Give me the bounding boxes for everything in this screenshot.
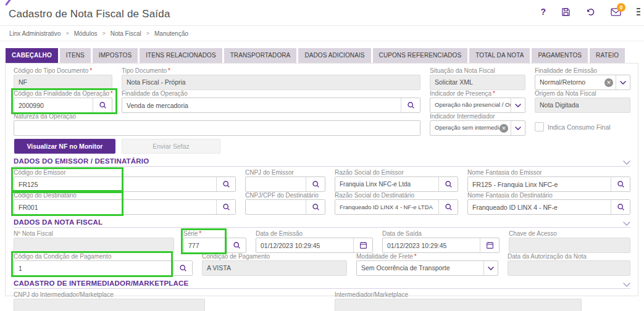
nome-fantasia-emissor-input[interactable] xyxy=(468,177,611,191)
chevron-down-icon[interactable] xyxy=(511,121,525,135)
clear-icon[interactable]: ✕ xyxy=(500,124,508,133)
breadcrumb-item[interactable]: Linx Administrativo xyxy=(9,30,61,37)
search-icon[interactable] xyxy=(438,177,458,191)
messages-button[interactable]: 0 xyxy=(611,8,621,16)
serie-input[interactable] xyxy=(184,238,227,252)
tab-impostos[interactable]: IMPOSTOS xyxy=(93,48,138,63)
edit-pencil-icon xyxy=(5,0,12,6)
origem-nota-fiscal-value: Nota Digitada xyxy=(535,97,630,113)
tab-transportadora[interactable]: TRANSPORTADORA xyxy=(224,48,297,63)
field-finalidade-emissao: Finalidade de Emissão Normal/Retorno ✕ xyxy=(535,67,630,90)
chevron-down-icon[interactable] xyxy=(616,75,630,89)
field-condicao-pagamento: Condição de Pagamento A VISTA xyxy=(202,253,347,276)
field-indica-consumo-final: Indica Consumo Final xyxy=(535,113,630,131)
header-bar: Cadastro de Nota Fiscal de Saída ? 0 xyxy=(0,0,644,26)
field-codigo-tipo-documento: Código do Tipo Documento* NF xyxy=(14,67,112,90)
collapse-chevron-icon[interactable] xyxy=(623,160,630,165)
field-indicador-presenca: Indicador de Presença* Operação não pres… xyxy=(430,90,525,113)
question-mark-icon: ? xyxy=(540,7,546,17)
search-icon[interactable] xyxy=(216,177,235,191)
data-emissao-input[interactable] xyxy=(256,238,353,252)
field-finalidade-operacao: Finalidade da Operação xyxy=(122,90,420,113)
tab-bar: CABEÇALHO ITENS IMPOSTOS ITENS RELACIONA… xyxy=(0,48,644,63)
codigo-finalidade-operacao-input[interactable] xyxy=(14,98,93,112)
search-icon[interactable] xyxy=(611,177,630,191)
cnpj-emissor-input[interactable] xyxy=(246,177,306,191)
tab-rateio[interactable]: RATEIO xyxy=(590,48,625,63)
undo-arrow-icon xyxy=(586,7,595,17)
breadcrumb-item[interactable]: Manutenção xyxy=(154,30,188,37)
data-autorizacao-value xyxy=(508,260,630,276)
cnpj-intermediador-value xyxy=(14,299,205,311)
codigo-condicao-pagamento-input[interactable] xyxy=(14,261,173,275)
field-chave-acesso: Chave de Acesso xyxy=(509,230,630,253)
field-data-emissao: Data de Emissão xyxy=(256,230,373,253)
tab-total-da-nota[interactable]: TOTAL DA NOTA xyxy=(469,48,530,63)
field-cnpj-intermediador: CNPJ do Intermediador/Marketplace xyxy=(14,291,205,311)
search-icon[interactable] xyxy=(173,261,192,275)
section-header-emissor: DADOS DO EMISSOR / DESTINATÁRIO xyxy=(14,157,630,167)
enviar-sefaz-button[interactable]: Enviar Sefaz xyxy=(122,139,220,154)
search-icon[interactable] xyxy=(306,200,325,214)
razao-social-destinatario-input[interactable] xyxy=(335,200,438,214)
situacao-nota-fiscal-value: Solicitar XML xyxy=(430,75,525,90)
modalidade-frete-select[interactable]: Sem Ocorrência de Transporte xyxy=(356,260,498,276)
collapse-chevron-icon[interactable] xyxy=(623,222,630,226)
indica-consumo-final-checkbox[interactable] xyxy=(535,122,544,131)
condicao-pagamento-value: A VISTA xyxy=(202,260,347,276)
floppy-disk-icon xyxy=(561,7,571,17)
search-icon[interactable] xyxy=(306,177,325,191)
tab-pagamentos[interactable]: PAGAMENTOS xyxy=(532,48,588,63)
field-codigo-condicao-pagamento: Código da Condição de Pagamento xyxy=(14,253,193,276)
razao-social-emissor-input[interactable] xyxy=(335,177,438,191)
search-icon[interactable] xyxy=(93,98,112,112)
tab-dados-adicionais[interactable]: DADOS ADICIONAIS xyxy=(298,48,370,63)
tab-cabecalho[interactable]: CABEÇALHO xyxy=(6,48,58,63)
tab-itens[interactable]: ITENS xyxy=(60,48,91,63)
field-codigo-destinatario: Código do Destinatário xyxy=(14,192,236,215)
clear-icon[interactable]: ✕ xyxy=(604,78,613,87)
calendar-icon[interactable] xyxy=(353,238,372,252)
collapse-chevron-icon[interactable] xyxy=(623,283,630,287)
chevron-down-icon[interactable] xyxy=(511,98,525,112)
finalidade-operacao-input[interactable] xyxy=(122,98,401,112)
chevron-down-icon[interactable] xyxy=(483,261,498,275)
field-indicador-intermediador: Indicador Intermediador Operação sem int… xyxy=(430,113,525,136)
codigo-tipo-documento-value: NF xyxy=(14,75,112,90)
save-button[interactable] xyxy=(561,7,571,17)
search-icon[interactable] xyxy=(216,200,235,214)
visualizar-nf-monitor-button[interactable]: Visualizar NF no Monitor xyxy=(14,139,115,154)
cnpj-destinatario-input[interactable] xyxy=(246,200,306,214)
codigo-destinatario-input[interactable] xyxy=(14,200,216,214)
help-button[interactable]: ? xyxy=(540,7,546,17)
more-menu-button[interactable] xyxy=(637,7,641,16)
field-data-saida: Data de Saída xyxy=(382,230,500,253)
undo-button[interactable] xyxy=(586,7,595,17)
search-icon[interactable] xyxy=(611,200,630,214)
field-codigo-finalidade-operacao: Código da Finalidade da Operação* xyxy=(14,90,112,113)
finalidade-emissao-select[interactable]: Normal/Retorno ✕ xyxy=(535,75,630,90)
field-situacao-nota-fiscal: Situação da Nota Fiscal Solicitar XML xyxy=(430,67,525,90)
section-header-nota: DADOS DA NOTA FISCAL xyxy=(14,218,630,228)
data-saida-input[interactable] xyxy=(383,238,480,252)
chave-acesso-value xyxy=(509,238,630,253)
codigo-emissor-input[interactable] xyxy=(14,177,216,191)
search-icon[interactable] xyxy=(227,238,246,252)
search-icon[interactable] xyxy=(401,98,420,112)
breadcrumb: Linx Administrativo > Módulos > Nota Fis… xyxy=(0,26,644,41)
search-icon[interactable] xyxy=(438,200,458,214)
tab-itens-relacionados[interactable]: ITENS RELACIONADOS xyxy=(140,48,222,63)
breadcrumb-item[interactable]: Módulos xyxy=(74,30,98,37)
nome-fantasia-destinatario-input[interactable] xyxy=(468,200,611,214)
natureza-operacao-input[interactable] xyxy=(14,121,420,135)
field-nome-fantasia-emissor: Nome Fantasia do Emissor xyxy=(467,169,630,192)
section-header-intermediador: CADASTRO DE INTERMEDIADOR/MARKETPLACE xyxy=(14,280,630,289)
indicador-presenca-select[interactable]: Operação não presencial / Outros xyxy=(430,97,525,113)
field-data-autorizacao: Data da Autorização da Nota xyxy=(508,253,630,276)
intermediador-value xyxy=(335,299,582,311)
calendar-icon[interactable] xyxy=(480,238,499,252)
field-nome-fantasia-destinatario: Nome Fantasia do Destinatário xyxy=(467,192,630,215)
breadcrumb-item[interactable]: Nota Fiscal xyxy=(111,30,141,37)
tab-cupons-referenciados[interactable]: CUPONS REFERENCIADOS xyxy=(373,48,468,63)
indicador-intermediador-select[interactable]: Operação sem intermediador (e ✕ xyxy=(430,120,525,136)
